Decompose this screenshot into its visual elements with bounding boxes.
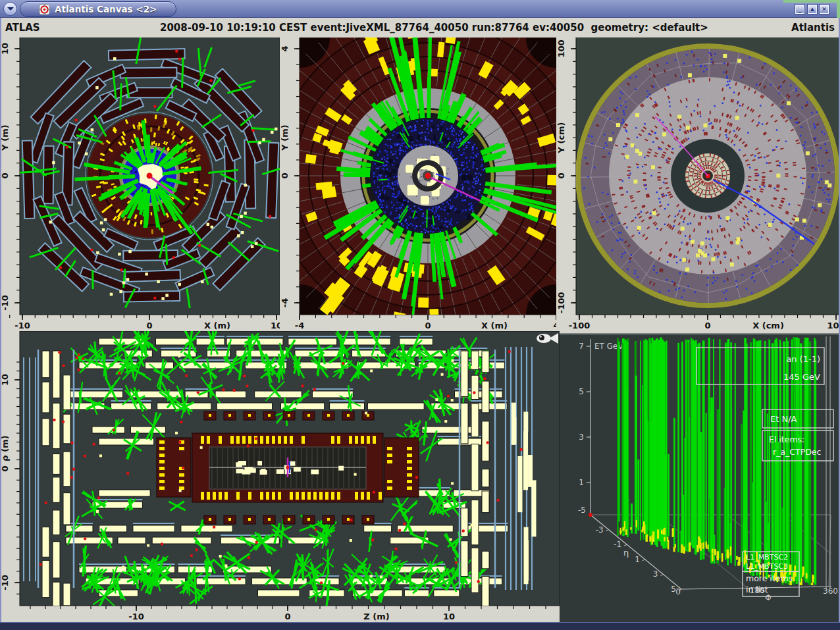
svg-text:Z (m): Z (m) [363, 612, 389, 621]
svg-text:-10: -10 [0, 295, 10, 311]
svg-text:1: 1 [635, 555, 640, 564]
desktop-corner [783, 0, 840, 3]
svg-text:0: 0 [704, 321, 710, 330]
svg-text:an (1-1): an (1-1) [786, 354, 820, 364]
panel-rhoz-view[interactable]: -10010Z (m)100-10ρ (m) [0, 331, 560, 622]
window-menu-button[interactable] [3, 2, 17, 16]
close-button[interactable]: ✕ [820, 5, 829, 14]
svg-text:Y (m): Y (m) [280, 124, 290, 151]
minimize-button[interactable]: _ [795, 5, 804, 14]
svg-text:-4: -4 [295, 321, 304, 330]
svg-text:0: 0 [280, 172, 290, 178]
title-bar[interactable]: Atlantis Canvas <2> _ ▲ ✕ [0, 0, 840, 18]
svg-text:-10: -10 [128, 612, 144, 621]
svg-text:-100: -100 [569, 321, 591, 330]
window-title: Atlantis Canvas <2> [55, 4, 157, 14]
svg-text:Y (m): Y (m) [0, 124, 10, 151]
svg-text:3: 3 [653, 569, 658, 579]
svg-text:Φ: Φ [765, 593, 771, 602]
panel-lego-plot[interactable]: 7531ET GeV-3-1135-5η0180360Φan (1-1)145 … [560, 331, 840, 622]
svg-text:X (m): X (m) [204, 321, 230, 330]
window-border-bottom[interactable] [0, 622, 840, 630]
svg-text:L1_MBTSC3: L1_MBTSC3 [746, 562, 788, 571]
svg-text:Y (cm): Y (cm) [556, 122, 566, 153]
svg-text:3: 3 [579, 433, 584, 442]
svg-text:10: 10 [443, 612, 455, 621]
svg-text:0: 0 [0, 465, 10, 471]
svg-text:0: 0 [556, 172, 566, 178]
window-border-left [0, 18, 1, 622]
svg-text:5: 5 [579, 387, 584, 396]
shade-button[interactable]: ▲ [808, 5, 817, 14]
svg-text:0: 0 [146, 321, 152, 330]
svg-text:X (m): X (m) [481, 321, 508, 330]
svg-text:0: 0 [284, 612, 290, 621]
status-header: ATLAS 2008-09-10 10:19:10 CEST event:Jiv… [0, 18, 840, 38]
svg-text:-1: -1 [614, 540, 621, 549]
svg-text:in list: in list [746, 585, 768, 594]
svg-text:X (cm): X (cm) [752, 321, 784, 330]
svg-text:-5: -5 [578, 506, 586, 515]
svg-text:-10: -10 [0, 575, 10, 591]
svg-text:r_a_CTPDec: r_a_CTPDec [773, 447, 822, 457]
svg-text:100: 100 [556, 39, 566, 57]
svg-text:ρ (m): ρ (m) [0, 435, 10, 461]
svg-text:Et N/A: Et N/A [770, 414, 797, 424]
app-icon [39, 4, 50, 15]
panel-xy-inner-detector-view[interactable]: -1000100X (cm)1000-100Y (cm) [556, 38, 840, 331]
atlantis-canvas-window: Atlantis Canvas <2> _ ▲ ✕ ATLAS 2008-09-… [0, 0, 840, 630]
app-name-label: Atlantis [791, 22, 835, 34]
panel-xy-calo-view[interactable]: -404X (m)40-4Y (m) [280, 38, 556, 331]
svg-text:0: 0 [0, 172, 10, 178]
svg-text:360: 360 [823, 587, 838, 596]
svg-text:7: 7 [579, 342, 584, 351]
experiment-label: ATLAS [5, 22, 40, 34]
calorimeter-rings [280, 38, 556, 331]
svg-text:-100: -100 [556, 292, 566, 314]
window-tab[interactable]: Atlantis Canvas <2> [20, 1, 176, 17]
svg-text:-4: -4 [280, 298, 290, 307]
svg-text:0: 0 [675, 587, 681, 596]
svg-text:El items:: El items: [769, 434, 804, 444]
svg-text:10: 10 [0, 374, 10, 386]
svg-text:more items: more items [746, 573, 793, 583]
svg-text:0: 0 [425, 321, 431, 330]
svg-text:L1_MBTSC2: L1_MBTSC2 [746, 553, 788, 562]
svg-text:4: 4 [280, 45, 290, 51]
svg-text:10: 10 [271, 321, 280, 330]
inner-detector [578, 46, 837, 305]
chevron-down-icon [7, 7, 14, 14]
svg-text:145 GeV: 145 GeV [783, 372, 820, 382]
svg-text:10: 10 [0, 43, 10, 55]
svg-text:1: 1 [579, 478, 584, 487]
event-info: 2008-09-10 10:19:10 CEST event:JiveXML_8… [160, 22, 708, 34]
svg-text:-10: -10 [14, 321, 30, 330]
svg-text:η: η [623, 548, 629, 558]
panel-xy-muon-view[interactable]: -10010X (m)100-10Y (m) [0, 38, 280, 331]
svg-text:-3: -3 [596, 525, 604, 535]
